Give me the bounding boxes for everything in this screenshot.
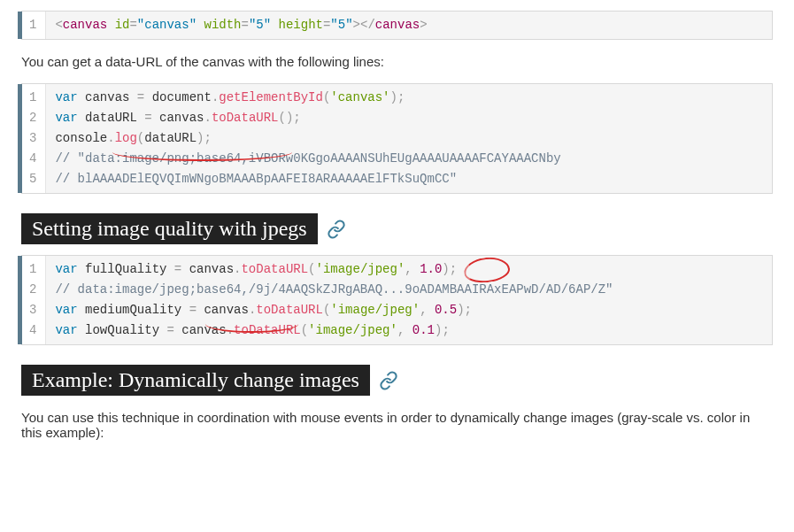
code-content: var fullQuality = canvas.toDataURL('imag… [46, 256, 772, 344]
line-number: 2 [29, 280, 36, 300]
line-number: 3 [29, 300, 36, 320]
line-number: 4 [29, 149, 36, 169]
line-number: 1 [29, 88, 36, 108]
line-number: 4 [29, 320, 36, 341]
section-heading: Setting image quality with jpegs [21, 213, 318, 244]
section-heading: Example: Dynamically change images [21, 365, 370, 396]
line-number: 5 [29, 169, 36, 189]
line-number: 1 [29, 15, 36, 35]
line-number: 2 [29, 108, 36, 128]
accent-bar [18, 256, 22, 344]
paragraph: You can use this technique in coordinati… [21, 410, 773, 440]
code-content: <canvas id="canvas" width="5" height="5"… [46, 12, 772, 39]
line-gutter: 1 2 3 4 5 [22, 84, 46, 193]
line-number: 3 [29, 128, 36, 149]
code-content: var canvas = document.getElementById('ca… [46, 84, 772, 193]
accent-bar [18, 12, 22, 39]
link-icon[interactable] [379, 371, 398, 390]
line-gutter: 1 2 3 4 [22, 256, 46, 344]
link-icon[interactable] [327, 220, 346, 239]
paragraph: You can get a data-URL of the canvas wit… [21, 54, 773, 69]
code-block-js-1: 1 2 3 4 5 var canvas = document.getEleme… [21, 83, 773, 194]
line-number: 1 [29, 259, 36, 280]
code-block-html: 1 <canvas id="canvas" width="5" height="… [21, 11, 773, 40]
line-gutter: 1 [22, 12, 46, 39]
accent-bar [18, 84, 22, 193]
code-block-js-2: 1 2 3 4 var fullQuality = canvas.toDataU… [21, 255, 773, 345]
